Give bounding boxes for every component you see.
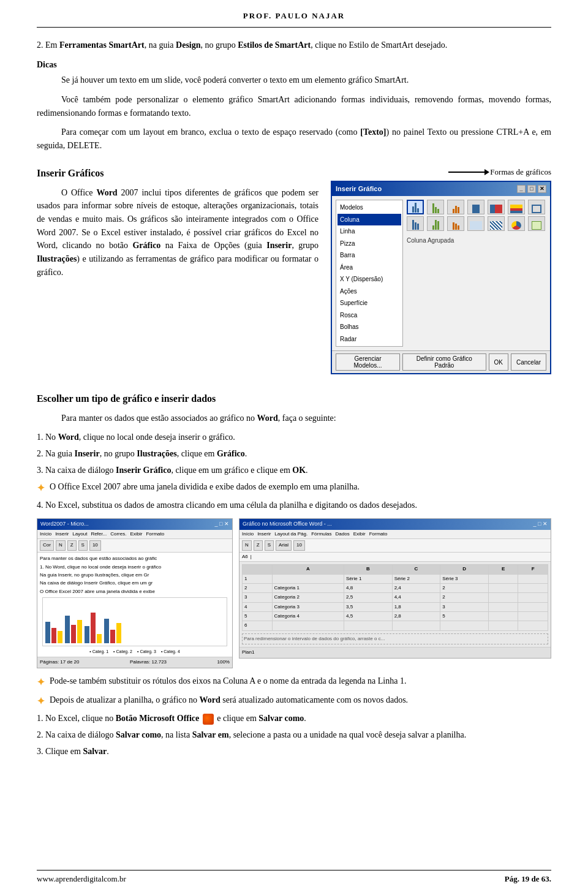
legend-cat4: ▪ Categ. 4 xyxy=(161,649,180,655)
plus-text-atualizar: Depois de atualizar a planilha, o gráfic… xyxy=(50,693,408,707)
inserir-grafico-dialog: Inserir Gráfico _ □ ✕ Modelos Coluna Lin… xyxy=(331,181,551,374)
escolher-item3: 3. Na caixa de diálogo Inserir Gráfico, … xyxy=(37,464,551,477)
footer-page: Pág. 19 de 63. xyxy=(505,874,551,884)
chart-subtype-9 xyxy=(427,216,444,231)
chart-subtype-12 xyxy=(488,216,505,231)
mock-title-controls: _ □ ✕ xyxy=(215,520,229,529)
row-num-3: 3 xyxy=(243,593,273,602)
cell-d5: 5 xyxy=(440,612,489,621)
plus-text-rotulos: Pode-se também substituir os rótulos dos… xyxy=(50,674,406,688)
row-num-5: 5 xyxy=(243,612,273,621)
cell-e2 xyxy=(488,583,518,592)
chart-type-xy: X Y (Dispersão) xyxy=(337,273,401,285)
cell-e4 xyxy=(488,602,518,611)
menu-r-formulas: Fórmulas xyxy=(311,531,331,538)
cell-d1: Série 3 xyxy=(440,574,489,583)
cell-a6 xyxy=(272,621,344,630)
cell-e3 xyxy=(488,593,518,602)
legend-cat2: ▪ Categ. 2 xyxy=(113,649,132,655)
chart-type-radar: Radar xyxy=(337,333,401,346)
mock-content-left: Para manter os dados que estão associado… xyxy=(37,553,232,657)
escolher-item8: 3. Clique em Salvar. xyxy=(37,745,551,758)
cell-d2: 2 xyxy=(440,583,489,592)
chart-subtype-6 xyxy=(508,200,525,214)
excel-table: A B C D E F 1 xyxy=(242,564,548,631)
cell-f3 xyxy=(518,593,548,602)
dialog-title-text: Inserir Gráfico xyxy=(336,184,382,194)
col-header-empty xyxy=(243,565,273,574)
mock-text-item4: O Office Excel 2007 abre uma janela divi… xyxy=(40,588,230,595)
cell-f2 xyxy=(518,583,548,592)
escolher-title: Escolher um tipo de gráfico e inserir da… xyxy=(37,391,551,407)
mock-toolbar-right: N Z S Arial 10 xyxy=(239,539,551,552)
chart-type-bolhas: Bolhas xyxy=(337,321,401,333)
cell-a4: Categoria 3 xyxy=(272,602,344,611)
excel-row-4: 4 Categoria 3 3,5 1,8 3 xyxy=(243,602,548,611)
chart-type-area: Área xyxy=(337,262,401,274)
mock-bar-3b xyxy=(91,613,96,643)
screenshot-word-excel: Word2007 - Micro... _ □ ✕ Início Inserir… xyxy=(37,518,233,668)
dicas-text1: Se já houver um texto em um slide, você … xyxy=(37,74,551,87)
cell-c4: 1,8 xyxy=(392,602,440,611)
dicas-title: Dicas xyxy=(37,58,551,72)
escolher-para1: Para manter os dados que estão associado… xyxy=(37,412,551,425)
escolher-section: Escolher um tipo de gráfico e inserir da… xyxy=(37,391,551,758)
cell-f1 xyxy=(518,574,548,583)
mock-embedded-chart xyxy=(42,597,227,646)
excel-row-6: 6 xyxy=(243,621,548,630)
cell-b5: 4,5 xyxy=(344,612,393,621)
cell-c1: Série 2 xyxy=(392,574,440,583)
mock-bar-3c xyxy=(97,634,102,643)
cell-e6 xyxy=(488,621,518,630)
cell-f6 xyxy=(518,621,548,630)
cell-b3: 2,5 xyxy=(344,593,393,602)
excel-row-1: 1 Série 1 Série 2 Série 3 xyxy=(243,574,548,583)
plus-item-rotulos: ✦ Pode-se também substituir os rótulos d… xyxy=(37,674,551,690)
mock-bar-2a xyxy=(65,616,70,643)
chart-type-modelos: Modelos xyxy=(337,202,401,214)
chart-type-pizza: Pizza xyxy=(337,238,401,250)
mock-menu-right: Início Inserir Layout da Pág. Fórmulas D… xyxy=(239,530,551,539)
section1-intro: 2. Em Ferramentas SmartArt, na guia Desi… xyxy=(37,39,551,52)
dialog-titlebar-buttons: _ □ ✕ xyxy=(517,185,546,193)
cell-d3: 2 xyxy=(440,593,489,602)
dicas-block: Dicas Se já houver um texto em um slide,… xyxy=(37,58,551,153)
row-num-1: 1 xyxy=(243,574,273,583)
dialog-bottom-bar: Gerenciar Modelos... Definir como Gráfic… xyxy=(332,350,550,373)
mock-status-pages: Páginas: 17 de 20 xyxy=(40,659,80,666)
mock-text-item1: 1. No Word, clique no local onde deseja … xyxy=(40,564,230,570)
mock-bar-4b xyxy=(110,630,115,643)
toolbar-r-n: N xyxy=(242,540,252,550)
chart-type-acoes: Ações xyxy=(337,285,401,298)
col-header-a: A xyxy=(272,565,344,574)
cell-b2: 4,8 xyxy=(344,583,393,592)
inserir-section: Formas de gráficos Inserir Gráfico _ □ ✕ xyxy=(37,166,551,380)
toolbar-r-font: Arial xyxy=(276,540,292,550)
cell-c3: 4,4 xyxy=(392,593,440,602)
gerenciar-modelos-button[interactable]: Gerenciar Modelos... xyxy=(336,353,400,371)
formula-sep: | xyxy=(251,553,252,561)
menu-exibir: Exibir xyxy=(130,531,142,538)
toolbar-n: N xyxy=(56,540,66,550)
col-header-e: E xyxy=(488,565,518,574)
plus-icon-atualizar: ✦ xyxy=(37,694,45,709)
footer-website: www.aprenderdigitalcom.br xyxy=(37,874,126,884)
ok-button[interactable]: OK xyxy=(489,353,508,371)
chart-subtype-2 xyxy=(427,200,444,214)
menu-inserir: Inserir xyxy=(55,531,69,538)
chart-type-superficie: Superfície xyxy=(337,297,401,309)
mock-text-item2: Na guia Inserir, no grupo Ilustrações, c… xyxy=(40,572,230,578)
definir-padrao-button[interactable]: Definir como Gráfico Padrão xyxy=(402,353,486,371)
cell-a2: Categoria 1 xyxy=(272,583,344,592)
inserir-img-block: Formas de gráficos Inserir Gráfico _ □ ✕ xyxy=(331,166,551,374)
legend-cat3: ▪ Categ. 3 xyxy=(137,649,156,655)
mock-bar-4c xyxy=(116,623,121,643)
mock-chart-group4 xyxy=(104,619,121,643)
legend-cat1: ▪ Categ. 1 xyxy=(89,649,108,655)
escolher-item1: 1. No Word, clique no local onde deseja … xyxy=(37,431,551,444)
chart-subtype-8 xyxy=(407,216,424,231)
cancel-button[interactable]: Cancelar xyxy=(511,353,546,371)
main-content: 2. Em Ferramentas SmartArt, na guia Desi… xyxy=(37,39,551,758)
toolbar-font: 10 xyxy=(89,540,101,550)
menu-r-exibir: Exibir xyxy=(353,531,366,538)
